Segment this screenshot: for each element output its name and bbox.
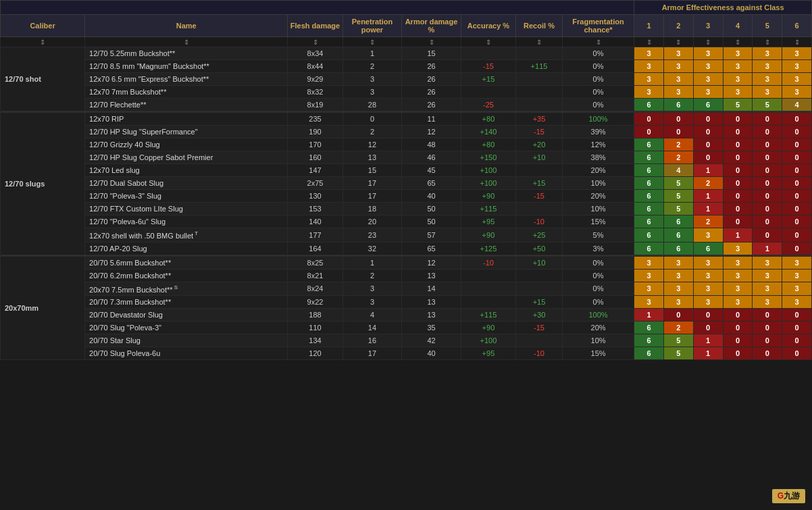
- ac4-cell: 3: [723, 256, 753, 269]
- ac6-cell: 3: [782, 282, 812, 296]
- acc-cell: +100: [461, 164, 515, 177]
- recoil-cell: -15: [516, 126, 563, 138]
- table-row: 20x70mm20/70 5.6mm Buckshot**8x25112-10+…: [1, 256, 812, 269]
- table-row: 12/70 HP Slug Copper Sabot Premier160134…: [1, 151, 812, 164]
- recoil-cell: [516, 203, 563, 215]
- ac1-cell: 3: [634, 296, 664, 309]
- ac2-cell: 6: [664, 228, 694, 243]
- armor-cell: 26: [402, 99, 461, 111]
- frag-cell: 0%: [562, 282, 634, 296]
- frag-cell: 10%: [562, 177, 634, 190]
- table-row: 12/70 "Poleva-3" Slug1301740+90-1520%651…: [1, 190, 812, 203]
- flesh-sort[interactable]: ⇕: [313, 39, 318, 46]
- caliber-cell: 12/70 slugs: [1, 113, 85, 255]
- acc-cell: -25: [461, 99, 515, 111]
- frag-cell: 0%: [562, 269, 634, 282]
- frag-cell: 0%: [562, 73, 634, 86]
- ac3-cell: 0: [693, 322, 723, 334]
- ac2-sort[interactable]: ⇕: [676, 39, 681, 46]
- table-row: 12/70 AP-20 Slug1643265+125+503%666310: [1, 242, 812, 255]
- name-cell: 12/70 "Poleva-6u" Slug: [85, 215, 288, 228]
- ac4-cell: 3: [723, 47, 753, 60]
- frag-sort[interactable]: ⇕: [596, 39, 601, 46]
- recoil-cell: +15: [516, 296, 563, 309]
- ac6-cell: 0: [782, 334, 812, 347]
- ac5-cell: 0: [753, 203, 782, 215]
- pen-cell: 23: [342, 228, 402, 243]
- acc-cell: +15: [461, 73, 515, 86]
- recoil-cell: [516, 86, 563, 99]
- ac3-header: 3: [693, 15, 723, 37]
- armor-sort[interactable]: ⇕: [429, 39, 434, 46]
- ac5-cell: 0: [753, 334, 782, 347]
- recoil-cell: [516, 269, 563, 282]
- ac1-cell: 6: [634, 177, 664, 190]
- ac4-cell: 0: [723, 113, 753, 126]
- ac6-cell: 3: [782, 256, 812, 269]
- recoil-cell: -10: [516, 215, 563, 228]
- ac4-cell: 0: [723, 203, 753, 215]
- recoil-cell: +30: [516, 309, 563, 322]
- ac6-cell: 0: [782, 242, 812, 255]
- acc-cell: [461, 47, 515, 60]
- ac5-cell: 0: [753, 190, 782, 203]
- caliber-sort[interactable]: ⇕: [40, 39, 45, 46]
- name-header: Name: [85, 15, 288, 37]
- ac1-cell: 6: [634, 190, 664, 203]
- recoil-cell: +10: [516, 256, 563, 269]
- recoil-cell: [516, 47, 563, 60]
- flesh-cell: 8x32: [288, 86, 342, 99]
- flesh-cell: 147: [288, 164, 342, 177]
- ac2-cell: 5: [664, 203, 694, 215]
- table-row: 12x70 6.5 mm "Express" Buckshot**9x29326…: [1, 73, 812, 86]
- ac1-sort[interactable]: ⇕: [646, 39, 652, 46]
- ac4-cell: 0: [723, 347, 753, 360]
- ac5-cell: 1: [753, 242, 782, 255]
- ac3-cell: 2: [693, 215, 723, 228]
- pen-cell: 2: [342, 269, 402, 282]
- ac6-cell: 3: [782, 86, 812, 99]
- armor-cell: 45: [402, 164, 461, 177]
- name-cell: 12x70 6.5 mm "Express" Buckshot**: [85, 73, 288, 86]
- ac1-cell: 6: [634, 215, 664, 228]
- acc-sort[interactable]: ⇕: [486, 39, 491, 46]
- recoil-cell: +50: [516, 242, 563, 255]
- acc-cell: +95: [461, 347, 515, 360]
- ac6-sort[interactable]: ⇕: [794, 39, 800, 46]
- armor-cell: 50: [402, 203, 461, 215]
- table-row: 12/70 HP Slug "SuperFormance"190212+140-…: [1, 126, 812, 138]
- recoil-sort[interactable]: ⇕: [536, 39, 542, 46]
- armor-cell: 42: [402, 334, 461, 347]
- ac3-cell: 1: [693, 164, 723, 177]
- name-cell: 12/70 HP Slug Copper Sabot Premier: [85, 151, 288, 164]
- ac6-cell: 3: [782, 47, 812, 60]
- name-cell: 12x70 shell with .50 BMG bullet T: [85, 228, 288, 243]
- ac3-sort[interactable]: ⇕: [705, 39, 711, 46]
- acc-cell: +95: [461, 215, 515, 228]
- armor-cell: 15: [402, 47, 461, 60]
- armor-cell: 65: [402, 177, 461, 190]
- pen-cell: 1: [342, 256, 402, 269]
- ac2-cell: 0: [664, 113, 694, 126]
- ac1-cell: 3: [634, 256, 664, 269]
- ac5-cell: 3: [753, 282, 782, 296]
- flesh-cell: 8x24: [288, 282, 342, 296]
- pen-cell: 4: [342, 309, 402, 322]
- ac6-cell: 3: [782, 60, 812, 73]
- ac1-cell: 6: [634, 151, 664, 164]
- recoil-cell: +35: [516, 113, 563, 126]
- ac4-sort[interactable]: ⇕: [735, 39, 740, 46]
- ac1-cell: 1: [634, 309, 664, 322]
- ammo-table: Armor Effectiveness against Class Calibe…: [0, 0, 812, 360]
- ac5-sort[interactable]: ⇕: [765, 39, 770, 46]
- table-row: 12/70 "Poleva-6u" Slug1402050+95-1015%66…: [1, 215, 812, 228]
- ac3-cell: 0: [693, 113, 723, 126]
- recoil-cell: [516, 99, 563, 111]
- frag-cell: 0%: [562, 256, 634, 269]
- name-sort[interactable]: ⇕: [184, 39, 189, 46]
- ac1-cell: 6: [634, 322, 664, 334]
- pen-sort[interactable]: ⇕: [370, 39, 375, 46]
- caliber-header: Caliber: [1, 15, 85, 37]
- table-row: 20/70 6.2mm Buckshot**8x212130%333333: [1, 269, 812, 282]
- ac5-cell: 3: [753, 73, 782, 86]
